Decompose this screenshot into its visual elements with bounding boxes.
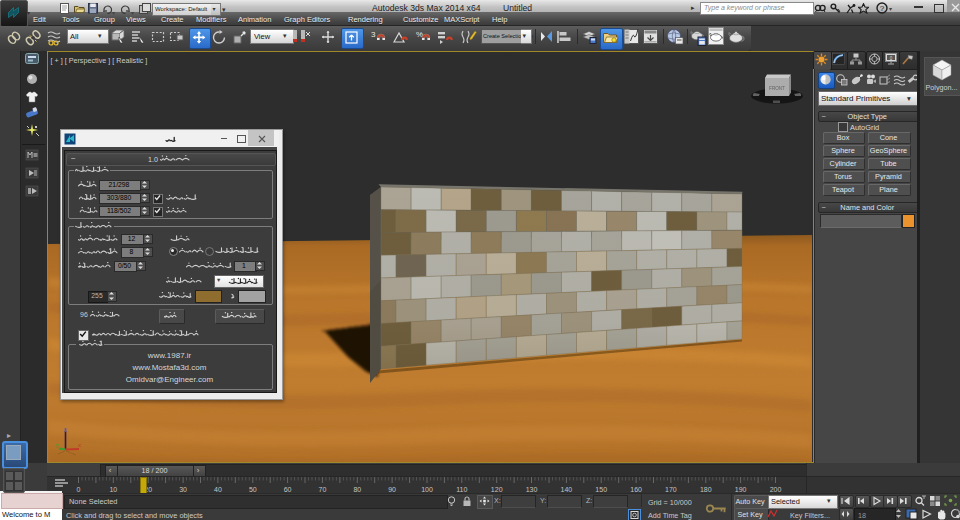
svg-text:140: 140 xyxy=(561,485,573,492)
svg-text:3: 3 xyxy=(371,30,376,39)
svg-text:40: 40 xyxy=(214,485,222,492)
svg-text:70: 70 xyxy=(319,485,327,492)
svg-text:100: 100 xyxy=(421,485,433,492)
svg-text:50: 50 xyxy=(249,485,257,492)
svg-text:60: 60 xyxy=(284,485,292,492)
svg-text:190: 190 xyxy=(735,485,747,492)
svg-text:0: 0 xyxy=(77,485,81,492)
svg-text:80: 80 xyxy=(353,485,361,492)
svg-text:180: 180 xyxy=(700,485,712,492)
svg-text:170: 170 xyxy=(665,485,677,492)
svg-text:90: 90 xyxy=(388,485,396,492)
svg-text:10: 10 xyxy=(109,485,117,492)
svg-text:200: 200 xyxy=(770,485,782,492)
svg-text:160: 160 xyxy=(630,485,642,492)
svg-text:120: 120 xyxy=(491,485,503,492)
svg-text:30: 30 xyxy=(179,485,187,492)
svg-text:130: 130 xyxy=(526,485,538,492)
svg-text:150: 150 xyxy=(595,485,607,492)
svg-text:110: 110 xyxy=(456,485,467,492)
svg-text:x: x xyxy=(78,442,81,448)
svg-text:?: ? xyxy=(880,4,885,13)
svg-text:FRONT: FRONT xyxy=(769,86,785,91)
svg-text:y: y xyxy=(56,442,59,448)
